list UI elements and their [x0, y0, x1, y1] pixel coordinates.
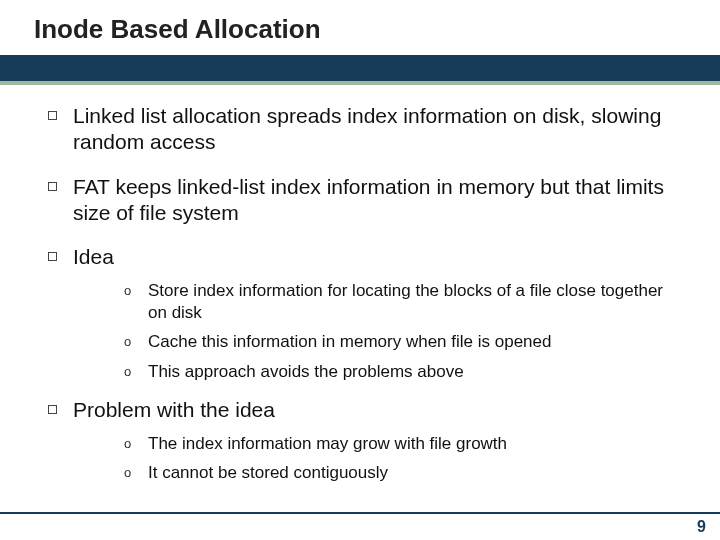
bullet-item: Linked list allocation spreads index inf…: [48, 103, 680, 156]
sub-bullet-text: Cache this information in memory when fi…: [148, 331, 551, 353]
page-number: 9: [697, 518, 706, 536]
sub-bullet-item: o Cache this information in memory when …: [124, 331, 680, 353]
square-bullet-icon: [48, 111, 57, 120]
sub-list: o Store index information for locating t…: [124, 280, 680, 382]
footer-divider: [0, 512, 720, 514]
sub-bullet-text: It cannot be stored contiguously: [148, 462, 388, 484]
slide-title: Inode Based Allocation: [0, 0, 720, 55]
slide-header: Inode Based Allocation: [0, 0, 720, 85]
bullet-item: FAT keeps linked-list index information …: [48, 174, 680, 227]
square-bullet-icon: [48, 405, 57, 414]
circle-bullet-icon: o: [124, 334, 134, 349]
sub-bullet-text: This approach avoids the problems above: [148, 361, 464, 383]
square-bullet-icon: [48, 182, 57, 191]
bullet-text: Idea: [73, 244, 114, 270]
bullet-text: FAT keeps linked-list index information …: [73, 174, 680, 227]
circle-bullet-icon: o: [124, 364, 134, 379]
bullet-text: Linked list allocation spreads index inf…: [73, 103, 680, 156]
circle-bullet-icon: o: [124, 436, 134, 451]
header-navy-bar: [0, 55, 720, 81]
sub-bullet-item: o This approach avoids the problems abov…: [124, 361, 680, 383]
circle-bullet-icon: o: [124, 465, 134, 480]
header-green-line: [0, 81, 720, 85]
bullet-item: Problem with the idea: [48, 397, 680, 423]
sub-list: o The index information may grow with fi…: [124, 433, 680, 484]
square-bullet-icon: [48, 252, 57, 261]
sub-bullet-item: o Store index information for locating t…: [124, 280, 680, 324]
sub-bullet-text: Store index information for locating the…: [148, 280, 680, 324]
sub-bullet-item: o The index information may grow with fi…: [124, 433, 680, 455]
bullet-text: Problem with the idea: [73, 397, 275, 423]
bullet-item: Idea: [48, 244, 680, 270]
sub-bullet-item: o It cannot be stored contiguously: [124, 462, 680, 484]
circle-bullet-icon: o: [124, 283, 134, 298]
sub-bullet-text: The index information may grow with file…: [148, 433, 507, 455]
slide-content: Linked list allocation spreads index inf…: [0, 85, 720, 484]
